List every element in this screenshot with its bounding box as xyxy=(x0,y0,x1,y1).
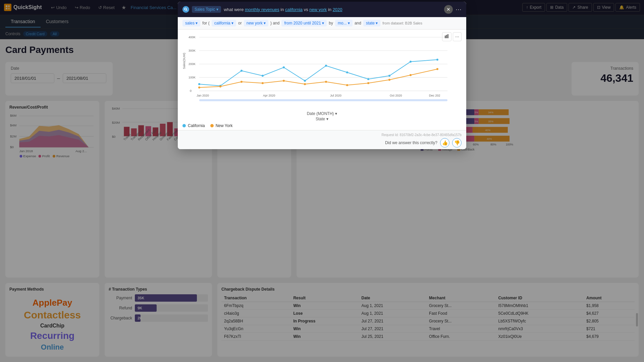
svg-line-89 xyxy=(186,10,187,11)
modal-header: Sales Topic ▾ what were monthly revenues… xyxy=(178,2,466,17)
chart-type-button[interactable] xyxy=(442,32,451,41)
legend-california-label: California xyxy=(188,123,205,128)
feedback-thumbs-up-button[interactable]: 👍 xyxy=(440,138,449,147)
modal-keyword-newyork: new york xyxy=(309,7,327,12)
modal-query-prefix: what were xyxy=(224,7,245,12)
svg-text:Oct 2020: Oct 2020 xyxy=(390,94,402,97)
svg-point-121 xyxy=(304,83,306,85)
filter-by-text: by xyxy=(329,21,333,25)
filter-or-text: or xyxy=(238,21,242,25)
svg-point-109 xyxy=(304,80,306,82)
feedback-question: Did we answer this correctly? xyxy=(385,140,437,145)
filter-state[interactable]: state ▾ xyxy=(363,20,380,26)
svg-rect-134 xyxy=(199,99,447,101)
legend-newyork: New York xyxy=(210,123,233,128)
filter-for-text: for ( xyxy=(202,21,209,25)
modal-chart-svg: Sales(SUM) 400K 300K 200K 100K 0 xyxy=(182,32,458,106)
modal-more-options-button[interactable]: ⋯ xyxy=(455,6,462,13)
svg-point-119 xyxy=(262,82,264,84)
modal-state-chevron-icon: ▾ xyxy=(326,117,328,121)
legend-california: California xyxy=(182,123,205,128)
modal-chart-area: ⋯ Sales(SUM) 400K 300K 200K 100K 0 xyxy=(178,29,466,110)
svg-point-127 xyxy=(436,68,438,70)
modal-topic-chevron-icon: ▾ xyxy=(216,7,218,12)
svg-text:Jul 2020: Jul 2020 xyxy=(330,94,341,97)
modal-query-mid3: in xyxy=(327,7,332,12)
svg-point-122 xyxy=(325,81,327,83)
svg-point-110 xyxy=(325,65,327,67)
svg-point-104 xyxy=(198,83,200,85)
modal-keyword-year: 2020 xyxy=(333,7,342,12)
modal-query-mid2: vs xyxy=(303,7,309,12)
modal-chart-actions: ⋯ xyxy=(442,32,462,41)
modal-state-label: State ▾ xyxy=(178,117,466,121)
svg-point-107 xyxy=(262,75,264,77)
svg-point-123 xyxy=(346,84,348,86)
feedback-thumbs-down-button[interactable]: 👎 xyxy=(452,138,462,147)
svg-point-117 xyxy=(219,85,221,87)
svg-text:400K: 400K xyxy=(189,36,196,39)
svg-point-118 xyxy=(240,81,243,83)
svg-text:Dec 202: Dec 202 xyxy=(429,94,440,97)
modal-topic-tag[interactable]: Sales Topic ▾ xyxy=(192,6,221,13)
modal-topic-label: Sales Topic xyxy=(195,7,215,12)
modal-footer: Request Id: 81670bf2-2a3c-4cbe-8e37-8046… xyxy=(178,130,466,149)
filter-sales[interactable]: sales ▾ xyxy=(182,20,200,26)
svg-point-114 xyxy=(410,61,412,63)
filter-and2-text: and xyxy=(355,21,361,25)
modal-close-button[interactable]: ✕ xyxy=(444,5,453,14)
svg-point-113 xyxy=(388,75,390,77)
chart-more-button[interactable]: ⋯ xyxy=(453,32,462,41)
modal-legend: California New York xyxy=(178,121,466,130)
filter-date-range[interactable]: from 2020 until 2021 ▾ xyxy=(281,20,327,26)
modal-search-icon xyxy=(182,6,189,13)
svg-text:200K: 200K xyxy=(189,62,196,66)
filter-dataset-text: from dataset: B2B Sales xyxy=(382,21,422,25)
modal-x-axis-chevron-icon: ▾ xyxy=(335,111,337,116)
svg-point-116 xyxy=(198,86,200,88)
svg-point-108 xyxy=(283,66,285,68)
modal-overlay[interactable]: Sales Topic ▾ what were monthly revenues… xyxy=(0,0,644,362)
filter-newyork[interactable]: new york ▾ xyxy=(244,20,268,26)
svg-text:0: 0 xyxy=(190,89,192,93)
legend-california-dot xyxy=(182,124,186,127)
modal-keyword-california: california xyxy=(285,7,303,12)
svg-text:100K: 100K xyxy=(189,76,196,79)
svg-text:Jan 2020: Jan 2020 xyxy=(197,94,209,97)
svg-point-115 xyxy=(436,59,438,61)
svg-point-111 xyxy=(346,71,348,73)
modal-x-axis-label: Date (MONTH) ▾ xyxy=(178,111,466,116)
modal-keyword-monthly-revenues: monthly revenues xyxy=(245,7,279,12)
modal: Sales Topic ▾ what were monthly revenues… xyxy=(178,2,466,149)
svg-rect-91 xyxy=(446,35,447,38)
svg-text:Apr 2020: Apr 2020 xyxy=(263,94,275,97)
modal-filters: sales ▾ for ( california ▾ or new york ▾… xyxy=(178,17,466,29)
filter-month[interactable]: mo... ▾ xyxy=(335,20,353,26)
legend-newyork-label: New York xyxy=(216,123,233,128)
modal-query-mid1: in xyxy=(279,7,285,12)
svg-point-125 xyxy=(388,79,390,81)
filter-california[interactable]: california ▾ xyxy=(212,20,236,26)
svg-point-112 xyxy=(367,78,369,80)
svg-point-120 xyxy=(283,80,285,82)
svg-text:Sales(SUM): Sales(SUM) xyxy=(182,53,186,69)
svg-point-106 xyxy=(240,70,243,72)
svg-point-124 xyxy=(367,82,369,84)
svg-point-126 xyxy=(410,74,412,76)
modal-feedback: Did we answer this correctly? 👍 👎 xyxy=(182,138,462,147)
legend-newyork-dot xyxy=(210,124,214,127)
svg-text:300K: 300K xyxy=(189,49,196,52)
modal-query-text: what were monthly revenues in california… xyxy=(224,7,441,12)
svg-rect-92 xyxy=(447,34,448,38)
modal-request-id: Request Id: 81670bf2-2a3c-4cbe-8e37-8046… xyxy=(182,133,462,137)
svg-rect-90 xyxy=(445,36,446,38)
svg-point-88 xyxy=(184,8,186,10)
filter-and-text: ) and xyxy=(270,21,279,25)
